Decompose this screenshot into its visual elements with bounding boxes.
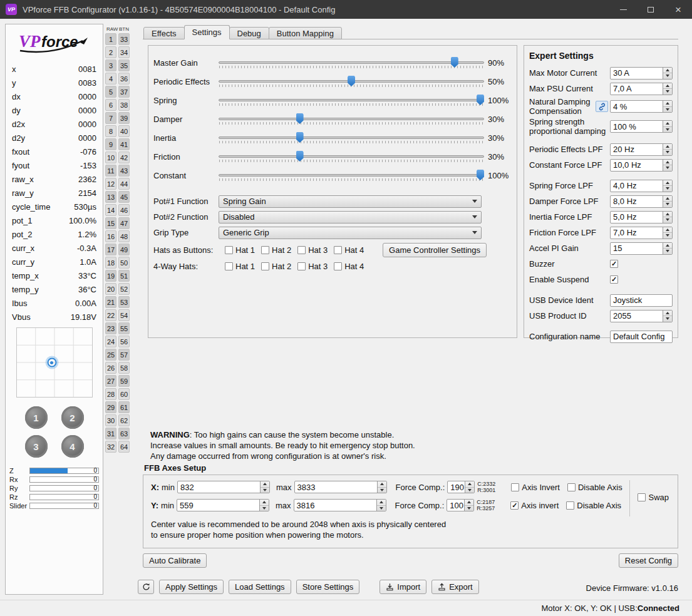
spin-up-button[interactable] xyxy=(663,243,672,249)
spin-down-button[interactable] xyxy=(261,488,269,493)
slider-constant[interactable] xyxy=(219,168,484,182)
spin-up-button[interactable] xyxy=(260,500,269,506)
spin-down-button[interactable] xyxy=(465,488,474,493)
force-comp-spinbox-y[interactable]: 100 xyxy=(447,499,474,511)
spin-down-button[interactable] xyxy=(663,233,672,239)
spinbox-value[interactable]: 100 xyxy=(447,500,464,511)
maximize-button[interactable] xyxy=(637,0,664,19)
slider-groove[interactable] xyxy=(219,99,484,101)
combobox-pot-1-function[interactable]: Spring Gain xyxy=(219,195,482,208)
combobox-pot-2-function[interactable]: Disabled xyxy=(219,211,482,223)
spinbox-value[interactable]: 4,0 Hz xyxy=(611,180,663,192)
spin-down-button[interactable] xyxy=(465,506,473,511)
spin-down-button[interactable] xyxy=(663,316,672,322)
spin-down-button[interactable] xyxy=(377,506,386,511)
min-spinbox-y[interactable]: 559 xyxy=(177,499,269,511)
spin-up-button[interactable] xyxy=(465,500,473,506)
hat-checkbox-hat-4[interactable]: Hat 4 xyxy=(334,245,364,255)
slider-groove[interactable] xyxy=(219,61,484,64)
slider-master-gain[interactable] xyxy=(219,56,484,69)
spin-down-button[interactable] xyxy=(663,165,672,171)
spinbox-accel-pi-gain[interactable]: 15 xyxy=(610,242,673,255)
checkbox-box[interactable] xyxy=(297,246,306,254)
spinbox-value[interactable]: 190 xyxy=(448,481,465,493)
force-comp-spinbox-x[interactable]: 190 xyxy=(447,481,475,493)
spin-down-button[interactable] xyxy=(663,150,672,155)
axis-invert-checkbox-y[interactable]: Axis invert xyxy=(510,501,559,510)
slider-groove[interactable] xyxy=(219,118,484,120)
spin-down-button[interactable] xyxy=(663,107,672,113)
spinbox-max-motor-current[interactable]: 30 A xyxy=(610,67,673,80)
slider-groove[interactable] xyxy=(219,174,484,177)
spin-down-button[interactable] xyxy=(663,217,672,223)
spinbox-value[interactable]: 2055 xyxy=(611,311,663,322)
spin-up-button[interactable] xyxy=(377,500,386,506)
spin-down-button[interactable] xyxy=(663,202,672,207)
tab-settings[interactable]: Settings xyxy=(184,25,230,39)
max-spinbox-x[interactable]: 3833 xyxy=(294,481,387,493)
checkbox-box[interactable] xyxy=(261,246,269,254)
min-spinbox-x[interactable]: 832 xyxy=(177,481,270,493)
spin-up-button[interactable] xyxy=(663,101,672,107)
spin-up-button[interactable] xyxy=(663,212,672,218)
text-input-usb-device-ident[interactable]: Joystick xyxy=(610,294,673,307)
spin-up-button[interactable] xyxy=(465,481,474,488)
combobox-grip-type[interactable]: Generic Grip xyxy=(219,227,482,239)
tab-effects[interactable]: Effects xyxy=(143,27,185,39)
load-settings-button[interactable]: Load Settings xyxy=(229,580,291,594)
checkbox-box[interactable] xyxy=(511,483,519,491)
reset-config-button[interactable]: Reset Config xyxy=(619,553,678,568)
spin-up-button[interactable] xyxy=(663,196,672,202)
spinbox-friction-force-lpf[interactable]: 7,0 Hz xyxy=(610,227,673,239)
hat-checkbox-hat-2[interactable]: Hat 2 xyxy=(261,245,291,255)
spinbox-natural-damping-compensation[interactable]: 4 % xyxy=(610,100,673,113)
spinbox-inertia-force-lpf[interactable]: 5,0 Hz xyxy=(610,211,673,223)
spinbox-damper-force-lpf[interactable]: 8,0 Hz xyxy=(610,195,673,208)
spin-up-button[interactable] xyxy=(378,481,386,488)
disable-axis-checkbox-x[interactable]: Disable Axis xyxy=(567,483,622,492)
checkbox-box[interactable] xyxy=(334,246,342,254)
spinbox-value[interactable]: 20 Hz xyxy=(611,144,663,155)
store-settings-button[interactable]: Store Settings xyxy=(296,580,360,594)
slider-groove[interactable] xyxy=(219,136,484,139)
max-spinbox-y[interactable]: 3816 xyxy=(294,499,386,511)
buzzer-checkbox[interactable] xyxy=(610,260,618,268)
spinbox-value[interactable]: 10,0 Hz xyxy=(611,160,663,171)
spinbox-usb-product-id[interactable]: 2055 xyxy=(610,310,673,322)
swap-checkbox[interactable]: Swap xyxy=(638,493,669,502)
enable-suspend-checkbox[interactable] xyxy=(610,275,618,284)
auto-calibrate-button[interactable]: Auto Calibrate xyxy=(143,553,207,568)
spinbox-value[interactable]: 15 xyxy=(611,243,663,254)
export-button[interactable]: Export xyxy=(431,580,479,594)
spin-up-button[interactable] xyxy=(663,160,672,166)
spin-up-button[interactable] xyxy=(663,68,672,74)
spinbox-value[interactable]: 7,0 Hz xyxy=(611,227,663,239)
hat-checkbox-hat-3[interactable]: Hat 3 xyxy=(297,245,328,255)
checkbox-box[interactable] xyxy=(261,262,269,270)
slider-groove[interactable] xyxy=(219,155,484,158)
spinbox-value[interactable]: 8,0 Hz xyxy=(611,196,663,207)
spinbox-value[interactable]: 3833 xyxy=(295,481,377,493)
checkbox-box[interactable] xyxy=(610,260,618,268)
slider-periodic-effects[interactable] xyxy=(219,74,484,88)
spinbox-value[interactable]: 5,0 Hz xyxy=(611,212,663,223)
checkbox-box[interactable] xyxy=(638,493,646,501)
spin-up-button[interactable] xyxy=(663,121,672,127)
spinbox-periodic-effects-lpf[interactable]: 20 Hz xyxy=(610,143,673,156)
link-icon[interactable] xyxy=(596,101,608,112)
spin-down-button[interactable] xyxy=(663,89,672,95)
spinbox-value[interactable]: 4 % xyxy=(611,101,663,112)
refresh-button[interactable] xyxy=(138,580,154,594)
spinbox-value[interactable]: 559 xyxy=(177,500,259,511)
checkbox-box[interactable] xyxy=(610,275,618,284)
axis-invert-checkbox-x[interactable]: Axis Invert xyxy=(511,483,560,492)
tab-debug[interactable]: Debug xyxy=(229,27,269,39)
spinbox-value[interactable]: 832 xyxy=(178,481,260,493)
checkbox-box[interactable] xyxy=(225,246,233,254)
checkbox-box[interactable] xyxy=(510,501,519,510)
hat-checkbox-hat-2[interactable]: Hat 2 xyxy=(261,262,291,271)
close-button[interactable] xyxy=(664,0,692,19)
spin-down-button[interactable] xyxy=(663,249,672,254)
checkbox-box[interactable] xyxy=(334,262,342,270)
spinbox-spring-force-lpf[interactable]: 4,0 Hz xyxy=(610,180,673,192)
